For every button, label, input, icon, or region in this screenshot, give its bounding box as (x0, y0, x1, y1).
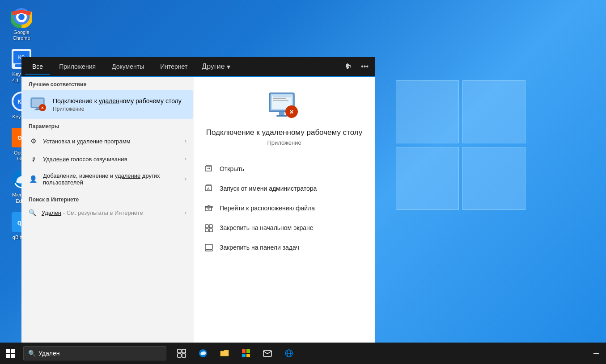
rdp-app-icon-large: × (268, 90, 301, 122)
svg-rect-48 (182, 349, 186, 353)
internet-header: Поиск в Интернете (21, 192, 194, 205)
taskbar-right-area: — (590, 348, 606, 358)
svg-rect-49 (178, 354, 181, 357)
mic-icon: 🎙 (29, 155, 38, 163)
svg-rect-54 (242, 354, 246, 357)
svg-rect-29 (276, 115, 287, 117)
search-results-left: Лучшее соответствие × (21, 77, 194, 343)
gear-icon: ⚙ (29, 137, 38, 146)
internet-search-item[interactable]: 🔍 Удален - См. результаты в Интернете › (21, 205, 194, 220)
internet-item-text: Удален - См. результаты в Интернете (42, 209, 143, 216)
svg-rect-50 (182, 354, 186, 357)
best-match-title: Подключение к удаленному рабочему столу (53, 97, 186, 105)
pin-taskbar-icon (204, 243, 213, 252)
taskbar-edge-icon[interactable] (193, 343, 213, 363)
best-match-header: Лучшее соответствие (21, 77, 194, 90)
admin-icon: A (204, 184, 213, 193)
internet-section: Поиск в Интернете 🔍 Удален - См. результ… (21, 190, 194, 220)
win-logo-tr (462, 80, 525, 143)
detail-divider (203, 157, 366, 157)
best-match-subtitle: Приложение (53, 106, 186, 112)
settings-item-install-text: Установка и удаление программ (43, 138, 185, 145)
action-run-admin[interactable]: A Запуск от имени администратора (194, 179, 375, 198)
action-pin-taskbar[interactable]: Закрепить на панели задач (194, 238, 375, 257)
search-results-right: × Подключение к удаленному рабочему стол… (194, 77, 375, 343)
tab-apps[interactable]: Приложения (52, 59, 103, 74)
folder-icon (204, 204, 213, 213)
taskbar-middle-icons (172, 343, 299, 363)
taskbar-time: — (593, 350, 599, 356)
tab-other-arrow: ▾ (227, 63, 230, 71)
start-button[interactable] (0, 343, 21, 364)
settings-item-install-arrow: › (185, 138, 186, 144)
svg-text:×: × (41, 105, 44, 110)
svg-rect-36 (205, 225, 208, 228)
taskbar-clock[interactable]: — (590, 348, 602, 358)
svg-rect-39 (209, 229, 212, 232)
action-file-location-text: Перейти к расположению файла (220, 205, 315, 212)
person-icon: 👤 (29, 175, 38, 184)
action-run-admin-text: Запуск от имени администратора (220, 185, 317, 192)
internet-item-arrow: › (185, 209, 186, 216)
more-options-icon[interactable]: ••• (358, 60, 371, 73)
tab-internet[interactable]: Интернет (153, 59, 195, 74)
open-icon (204, 164, 213, 173)
app-detail-header: × Подключение к удаленному рабочему стол… (194, 77, 375, 155)
svg-rect-43 (6, 349, 10, 353)
taskbar: 🔍 (0, 343, 606, 364)
tabs-right-actions: 🗣 ••• (342, 60, 371, 73)
svg-rect-38 (205, 229, 208, 232)
svg-rect-42 (207, 251, 208, 251)
svg-text:A: A (207, 187, 210, 191)
app-detail-subtitle: Приложение (267, 139, 301, 146)
taskbar-ie-icon[interactable] (279, 343, 299, 363)
desktop-icon-chrome[interactable]: Google Chrome (4, 4, 39, 44)
action-open[interactable]: Открыть (194, 159, 375, 179)
settings-item-users-arrow: › (185, 176, 186, 182)
settings-item-voices[interactable]: 🎙 Удаление голосов озвучивания › (21, 150, 194, 168)
svg-rect-26 (273, 98, 286, 99)
search-content: Лучшее соответствие × (21, 77, 375, 343)
settings-item-install[interactable]: ⚙ Установка и удаление программ › (21, 132, 194, 150)
windows-logo (396, 80, 525, 210)
svg-rect-25 (273, 96, 291, 97)
feedback-icon[interactable]: 🗣 (342, 60, 355, 73)
settings-item-users[interactable]: 👤 Добавление, изменение и удаление други… (21, 168, 194, 190)
desktop: Google Chrome KC Key Coll4.1 - Tes KC (0, 0, 606, 364)
rdp-app-icon-small: × (30, 96, 47, 113)
settings-item-voices-arrow: › (185, 156, 186, 162)
taskbar-search-icon: 🔍 (28, 350, 36, 357)
taskbar-mail-icon[interactable] (258, 343, 277, 363)
tab-documents[interactable]: Документы (105, 59, 151, 74)
win-logo-tl (396, 80, 459, 143)
taskbar-folder-icon[interactable] (215, 343, 234, 363)
action-open-text: Открыть (220, 165, 244, 172)
action-pin-start-text: Закрепить на начальном экране (220, 224, 314, 231)
search-icon: 🔍 (29, 209, 36, 216)
tab-all[interactable]: Все (25, 59, 50, 74)
settings-header: Параметры (21, 119, 194, 132)
settings-item-voices-text: Удаление голосов озвучивания (43, 156, 185, 163)
svg-rect-47 (178, 349, 181, 353)
svg-rect-44 (11, 349, 15, 353)
chrome-label: Google Chrome (5, 29, 38, 41)
svg-rect-27 (273, 100, 288, 101)
svg-point-3 (18, 14, 25, 20)
svg-text:×: × (289, 108, 293, 116)
svg-rect-28 (279, 112, 284, 115)
chrome-icon (11, 6, 32, 28)
settings-item-users-text: Добавление, изменение и удаление других … (43, 172, 185, 186)
taskbar-store-icon[interactable] (236, 343, 256, 363)
tab-other[interactable]: Другие ▾ (196, 59, 235, 75)
search-tabs-bar: Все Приложения Документы Интернет Другие… (21, 57, 375, 77)
win-logo-bl (396, 147, 459, 210)
best-match-item[interactable]: × Подключение к удаленному рабочему стол… (22, 90, 193, 119)
pin-start-icon (204, 223, 213, 232)
taskbar-search-input[interactable] (38, 350, 161, 357)
svg-rect-45 (6, 354, 10, 358)
task-view-button[interactable] (172, 343, 191, 363)
taskbar-search-box[interactable]: 🔍 (23, 346, 166, 360)
action-file-location[interactable]: Перейти к расположению файла (194, 198, 375, 218)
action-pin-start[interactable]: Закрепить на начальном экране (194, 218, 375, 238)
svg-rect-55 (246, 354, 250, 357)
